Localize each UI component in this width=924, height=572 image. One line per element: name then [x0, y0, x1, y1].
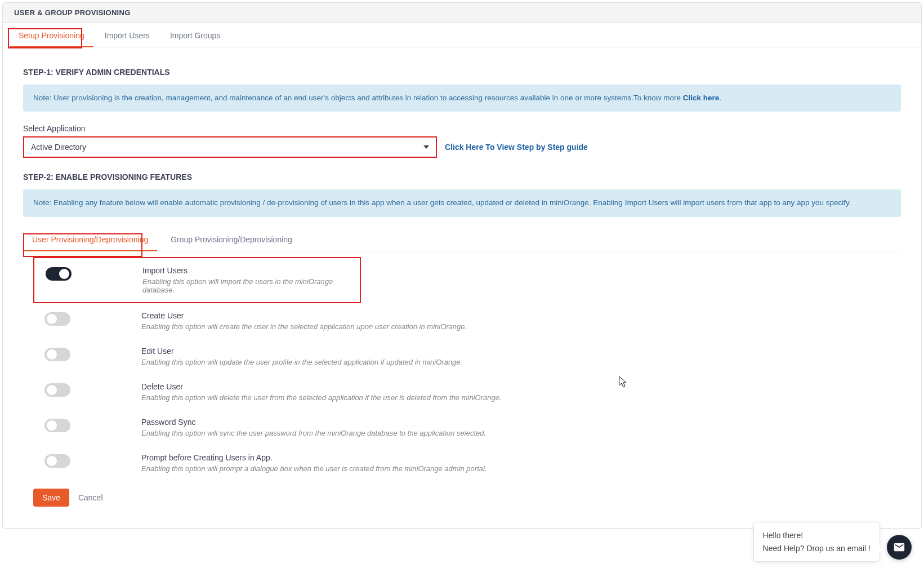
- feature-title: Prompt before Creating Users in App.: [141, 453, 894, 462]
- toggle-create-user[interactable]: [44, 312, 70, 326]
- toggle-prompt-create[interactable]: [44, 454, 70, 468]
- step1-note-suffix: .: [719, 94, 721, 102]
- toggle-delete-user[interactable]: [44, 383, 70, 397]
- feature-row-prompt-create: Prompt before Creating Users in App. Ena…: [33, 445, 901, 481]
- toggle-password-sync[interactable]: [44, 419, 70, 432]
- feature-title: Import Users: [142, 266, 353, 275]
- main-tabs: Setup Provisioning Import Users Import G…: [3, 23, 921, 47]
- tab-import-users[interactable]: Import Users: [96, 23, 159, 47]
- step2-note: Note: Enabling any feature below will en…: [23, 189, 901, 216]
- feature-desc: Enabling this option will delete the use…: [141, 393, 894, 402]
- feature-desc: Enabling this option will prompt a dialo…: [141, 464, 894, 473]
- step-by-step-guide-link[interactable]: Click Here To View Step by Step guide: [445, 143, 588, 152]
- feature-row-create-user: Create User Enabling this option will cr…: [33, 303, 901, 339]
- click-here-link[interactable]: Click here: [683, 94, 720, 102]
- feature-desc: Enabling this option will import the use…: [142, 277, 353, 294]
- feature-title: Password Sync: [141, 418, 894, 427]
- feature-row-edit-user: Edit User Enabling this option will upda…: [33, 339, 901, 374]
- provisioning-panel: USER & GROUP PROVISIONING Setup Provisio…: [2, 2, 922, 529]
- help-line1: Hello there!: [763, 529, 871, 530]
- sub-tabs: User Provisioning/Deprovisioning Group P…: [23, 227, 901, 251]
- sub-tab-user-provisioning[interactable]: User Provisioning/Deprovisioning: [23, 227, 157, 251]
- toggle-import-users[interactable]: [46, 267, 72, 281]
- step1-note: Note: User provisioning is the creation,…: [23, 85, 901, 112]
- sub-tab-group-provisioning[interactable]: Group Provisioning/Deprovisioning: [162, 227, 301, 251]
- select-application-label: Select Application: [23, 124, 901, 133]
- feature-title: Edit User: [141, 347, 894, 356]
- feature-desc: Enabling this option will create the use…: [141, 322, 894, 331]
- feature-row-delete-user: Delete User Enabling this option will de…: [33, 374, 901, 410]
- feature-title: Delete User: [141, 382, 894, 391]
- features-list: Import Users Enabling this option will i…: [23, 251, 901, 481]
- step2-title: STEP-2: ENABLE PROVISIONING FEATURES: [23, 172, 901, 181]
- step1-note-text: Note: User provisioning is the creation,…: [33, 94, 683, 102]
- feature-row-import-users: Import Users Enabling this option will i…: [33, 257, 361, 303]
- feature-row-password-sync: Password Sync Enabling this option will …: [33, 410, 901, 445]
- step1-title: STEP-1: VERIFY ADMIN CREDENTIALS: [23, 68, 901, 77]
- feature-desc: Enabling this option will update the use…: [141, 358, 894, 366]
- panel-title: USER & GROUP PROVISIONING: [3, 3, 921, 23]
- tab-setup-provisioning[interactable]: Setup Provisioning: [10, 23, 93, 47]
- cancel-button[interactable]: Cancel: [78, 493, 103, 502]
- save-button[interactable]: Save: [33, 489, 69, 507]
- tab-import-groups[interactable]: Import Groups: [161, 23, 229, 47]
- help-popover: Hello there! Need Help? Drop us an email…: [753, 522, 880, 530]
- feature-title: Create User: [141, 311, 894, 320]
- toggle-edit-user[interactable]: [44, 348, 70, 361]
- feature-desc: Enabling this option will sync the user …: [141, 429, 894, 437]
- select-application[interactable]: Active Directory: [24, 138, 436, 157]
